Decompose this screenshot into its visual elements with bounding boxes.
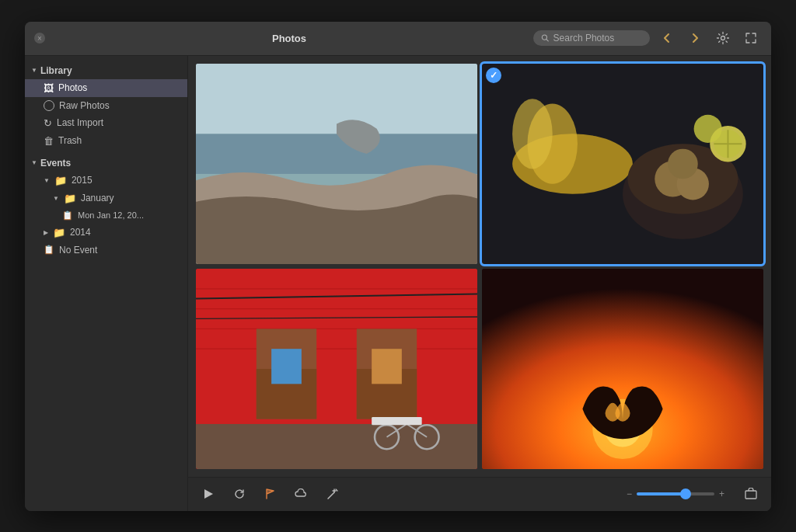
cloud-icon [295,489,309,499]
fullscreen-icon [745,32,757,44]
sidebar-item-2015[interactable]: ▼ 📁 2015 [25,172,187,190]
svg-point-9 [512,99,553,169]
selected-badge: ✓ [486,68,501,83]
back-button[interactable] [656,27,678,49]
wand-icon [326,488,339,500]
event-jan12-icon: 📋 [62,210,73,221]
library-label: Library [40,65,72,76]
window-title: Photos [45,33,533,44]
svg-line-43 [328,492,334,499]
zoom-slider-container: − + [627,489,724,499]
photo-red-wall-image [196,269,477,469]
cloud-button[interactable] [291,483,312,505]
photo-coastal-image [196,64,477,264]
flag-button[interactable] [260,483,281,505]
photo-cell-red-wall[interactable] [196,269,477,469]
events-triangle: ▼ [31,159,37,166]
trash-icon: 🗑 [44,135,54,147]
wand-button[interactable] [322,483,344,505]
title-actions [533,27,762,49]
svg-point-14 [668,148,698,179]
svg-rect-29 [271,349,302,384]
export-icon [745,488,757,500]
photo-food-image [482,64,763,264]
svg-marker-42 [204,489,213,499]
no-event-label: No Event [59,245,97,256]
svg-rect-30 [372,349,402,384]
export-button[interactable] [740,483,762,505]
play-button[interactable] [197,483,219,505]
sidebar-item-jan12[interactable]: 📋 Mon Jan 12, 20... [25,207,187,224]
jan12-label: Mon Jan 12, 20... [78,210,144,220]
search-bar[interactable] [533,30,650,46]
events-label: Events [40,158,71,169]
rotate-icon [233,488,246,500]
raw-icon [44,100,54,111]
sidebar-item-last-import[interactable]: ↻ Last Import [25,114,187,132]
photo-cell-sunset[interactable] [482,269,763,469]
forward-icon [689,32,701,44]
import-icon: ↻ [44,117,52,129]
title-bar: × Photos [25,22,771,56]
flag-icon [264,488,277,500]
folder-jan-icon: 📁 [64,193,76,204]
svg-point-19 [694,114,722,142]
zoom-out-icon: − [627,489,632,499]
sidebar-item-photos[interactable]: 🖼 Photos [25,79,187,97]
main-content: ▼ Library 🖼 Photos Raw Photos ↻ Last Imp… [25,56,771,511]
folder-2014-icon: 📁 [53,227,65,238]
photo-cell-food[interactable]: ✓ [482,64,763,264]
folder-2015-icon: 📁 [54,175,67,186]
photo-cell-coastal[interactable] [196,64,477,264]
sidebar: ▼ Library 🖼 Photos Raw Photos ↻ Last Imp… [25,56,188,511]
sidebar-item-no-event[interactable]: 📋 No Event [25,242,187,259]
svg-rect-36 [372,416,422,424]
search-input[interactable] [553,33,642,43]
app-window: × Photos [25,22,771,511]
end-icons [740,483,762,505]
year2015-triangle: ▼ [44,177,50,184]
library-triangle: ▼ [31,67,37,74]
raw-photos-label: Raw Photos [59,100,110,111]
january-triangle: ▼ [53,195,59,202]
play-icon [203,489,214,499]
sidebar-item-trash[interactable]: 🗑 Trash [25,132,187,150]
library-section-header[interactable]: ▼ Library [25,62,187,79]
trash-label: Trash [58,135,82,146]
january-label: January [81,193,114,203]
svg-point-2 [721,37,725,40]
photo-sunset-image [482,269,763,469]
year2014-triangle: ▶ [44,229,48,236]
sidebar-item-raw-photos[interactable]: Raw Photos [25,97,187,114]
year-2015-label: 2015 [72,175,93,186]
bottom-toolbar: − + [188,477,771,511]
photo-grid: ✓ [188,56,771,477]
sidebar-item-january[interactable]: ▼ 📁 January [25,190,187,207]
back-icon [661,32,673,44]
photo-area: ✓ [188,56,771,511]
gear-icon [716,31,730,45]
close-button[interactable]: × [34,33,45,43]
zoom-slider[interactable] [637,492,714,495]
sidebar-item-2014[interactable]: ▶ 📁 2014 [25,224,187,242]
year-2014-label: 2014 [70,227,91,238]
svg-rect-47 [745,491,756,499]
photos-icon: 🖼 [44,82,54,94]
settings-button[interactable] [712,27,734,49]
search-icon [541,33,550,43]
zoom-in-icon: + [719,489,724,499]
events-section-header[interactable]: ▼ Events [25,155,187,172]
forward-button[interactable] [684,27,706,49]
rotate-button[interactable] [229,483,250,505]
svg-line-1 [546,40,548,41]
fullscreen-button[interactable] [740,27,762,49]
photos-label: Photos [58,82,87,93]
no-event-icon: 📋 [44,245,54,255]
last-import-label: Last Import [57,117,103,128]
